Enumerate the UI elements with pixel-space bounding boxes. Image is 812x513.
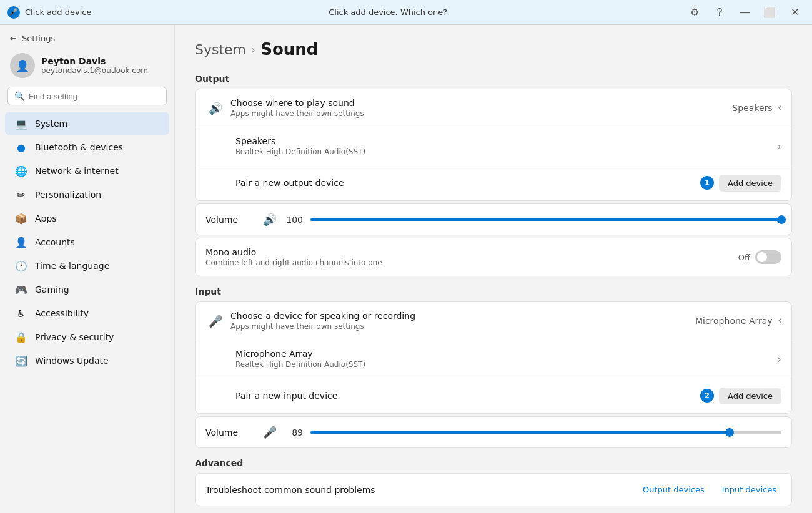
choose-input-title: Choose a device for speaking or recordin… xyxy=(230,311,695,321)
user-section[interactable]: 👤 Peyton Davis peytondavis.1@outlook.com xyxy=(0,47,174,87)
input-device-label: Microphone Array xyxy=(695,316,773,326)
sidebar-item-accounts[interactable]: 👤 Accounts xyxy=(5,231,169,253)
output-slider-track xyxy=(310,218,781,221)
choose-output-row[interactable]: 🔊 Choose where to play sound Apps might … xyxy=(196,89,791,127)
sidebar-item-gaming[interactable]: 🎮 Gaming xyxy=(5,278,169,301)
mic-array-subtitle: Realtek High Definition Audio(SST) xyxy=(235,360,778,369)
toggle-thumb xyxy=(757,252,767,262)
input-volume-slider[interactable] xyxy=(310,426,781,439)
main-content: System › Sound Output 🔊 Choose where to … xyxy=(175,25,812,513)
output-volume-value: 100 xyxy=(284,215,303,225)
mono-right: Off xyxy=(738,250,781,264)
sidebar-item-network[interactable]: 🌐 Network & internet xyxy=(5,160,169,182)
user-info: Peyton Davis peytondavis.1@outlook.com xyxy=(41,56,148,75)
pair-input-row: Pair a new input device 2 Add device xyxy=(196,378,791,413)
sidebar-item-label-system: System xyxy=(35,119,67,129)
add-output-device-button[interactable]: Add device xyxy=(719,175,781,192)
choose-output-title: Choose where to play sound xyxy=(230,98,732,108)
advanced-row: Troubleshoot common sound problems Outpu… xyxy=(195,473,792,506)
search-icon: 🔍 xyxy=(14,91,25,101)
choose-input-row[interactable]: 🎤 Choose a device for speaking or record… xyxy=(196,302,791,340)
maximize-btn[interactable]: ⬜ xyxy=(760,2,780,22)
settings-back-label: Settings xyxy=(22,34,55,43)
input-section-title: Input xyxy=(195,286,792,296)
choose-output-text: Choose where to play sound Apps might ha… xyxy=(230,98,732,118)
sidebar-item-privacy[interactable]: 🔒 Privacy & security xyxy=(5,326,169,348)
sidebar-item-personalization[interactable]: ✏️ Personalization xyxy=(5,183,169,206)
avatar: 👤 xyxy=(10,53,35,78)
personalization-icon: ✏️ xyxy=(15,188,27,201)
sidebar-item-label-apps: Apps xyxy=(35,213,57,223)
search-input[interactable] xyxy=(29,92,160,101)
app-logo-icon: 🎤 xyxy=(7,6,20,19)
sidebar-item-label-personalization: Personalization xyxy=(35,190,101,200)
chevron-right-icon-speakers: › xyxy=(778,140,781,152)
input-devices-button[interactable]: Input devices xyxy=(717,482,781,497)
search-box[interactable]: 🔍 xyxy=(7,87,167,105)
speakers-row[interactable]: Speakers Realtek High Definition Audio(S… xyxy=(196,127,791,165)
sidebar-item-label-gaming: Gaming xyxy=(35,285,69,295)
speaker-icon: 🔊 xyxy=(205,102,225,115)
choose-output-right: Speakers › xyxy=(732,102,781,114)
choose-output-subtitle: Apps might have their own settings xyxy=(230,109,732,118)
bluetooth-icon: ● xyxy=(15,141,27,154)
choose-input-right: Microphone Array › xyxy=(695,315,781,327)
sidebar-item-accessibility[interactable]: ♿ Accessibility xyxy=(5,302,169,325)
chevron-up-input-icon: › xyxy=(778,315,781,327)
output-devices-button[interactable]: Output devices xyxy=(638,482,710,497)
mono-toggle-label: Off xyxy=(738,253,750,262)
close-btn[interactable]: ✕ xyxy=(785,2,805,22)
breadcrumb-current: Sound xyxy=(260,40,318,59)
microphone-icon: 🎤 xyxy=(205,315,225,328)
sidebar-item-bluetooth[interactable]: ● Bluetooth & devices xyxy=(5,136,169,159)
sidebar-item-label-accounts: Accounts xyxy=(35,237,75,247)
titlebar-controls: ⚙ ? — ⬜ ✕ xyxy=(685,2,805,22)
mic-array-right: › xyxy=(778,353,781,365)
pair-output-right: 1 Add device xyxy=(700,175,781,192)
pair-input-label: Pair a new input device xyxy=(235,391,700,401)
mono-audio-row: Mono audio Combine left and right audio … xyxy=(195,238,792,276)
speakers-right: › xyxy=(778,140,781,152)
breadcrumb-system[interactable]: System xyxy=(195,42,246,57)
choose-input-card: 🎤 Choose a device for speaking or record… xyxy=(195,301,792,414)
system-icon: 💻 xyxy=(15,117,27,130)
output-volume-slider[interactable] xyxy=(310,213,781,226)
update-icon: 🔄 xyxy=(15,354,27,367)
microphone-array-row[interactable]: Microphone Array Realtek High Definition… xyxy=(196,340,791,378)
sidebar-item-time[interactable]: 🕐 Time & language xyxy=(5,255,169,277)
add-input-device-button[interactable]: Add device xyxy=(719,388,781,404)
output-volume-label: Volume xyxy=(205,215,255,225)
titlebar: 🎤 Click add device Click add device. Whi… xyxy=(0,0,812,25)
mic-array-text: Microphone Array Realtek High Definition… xyxy=(235,349,778,369)
choose-input-subtitle: Apps might have their own settings xyxy=(230,322,695,331)
chevron-right-icon-mic: › xyxy=(778,353,781,365)
sidebar-item-label-privacy: Privacy & security xyxy=(35,332,114,342)
input-volume-value: 89 xyxy=(284,428,303,437)
sidebar-item-update[interactable]: 🔄 Windows Update xyxy=(5,349,169,372)
speakers-subtitle: Realtek High Definition Audio(SST) xyxy=(235,147,778,156)
time-icon: 🕐 xyxy=(15,260,27,272)
advanced-section-title: Advanced xyxy=(195,458,792,468)
breadcrumb-separator: › xyxy=(251,43,255,56)
settings-icon-btn[interactable]: ⚙ xyxy=(685,2,705,22)
user-name: Peyton Davis xyxy=(41,56,148,66)
sidebar-item-apps[interactable]: 📦 Apps xyxy=(5,207,169,230)
help-btn[interactable]: ? xyxy=(710,2,730,22)
sidebar-item-label-accessibility: Accessibility xyxy=(35,308,89,318)
input-slider-fill xyxy=(310,431,730,434)
mono-audio-toggle[interactable] xyxy=(755,250,781,264)
back-icon: ← xyxy=(10,34,17,43)
sidebar-item-label-bluetooth: Bluetooth & devices xyxy=(35,142,123,152)
output-volume-row: Volume 🔊 100 xyxy=(195,203,792,235)
speakers-text: Speakers Realtek High Definition Audio(S… xyxy=(235,136,778,156)
back-button[interactable]: ← Settings xyxy=(0,30,174,47)
titlebar-app-title: Click add device xyxy=(25,7,91,17)
mic-volume-icon: 🎤 xyxy=(263,426,277,439)
sidebar-item-system[interactable]: 💻 System xyxy=(5,112,169,135)
minimize-btn[interactable]: — xyxy=(735,2,755,22)
chevron-up-icon: › xyxy=(778,102,781,114)
pair-output-text: Pair a new output device xyxy=(235,178,700,188)
network-icon: 🌐 xyxy=(15,165,27,177)
input-volume-row: Volume 🎤 89 xyxy=(195,416,792,448)
volume-speaker-icon: 🔊 xyxy=(263,213,277,226)
